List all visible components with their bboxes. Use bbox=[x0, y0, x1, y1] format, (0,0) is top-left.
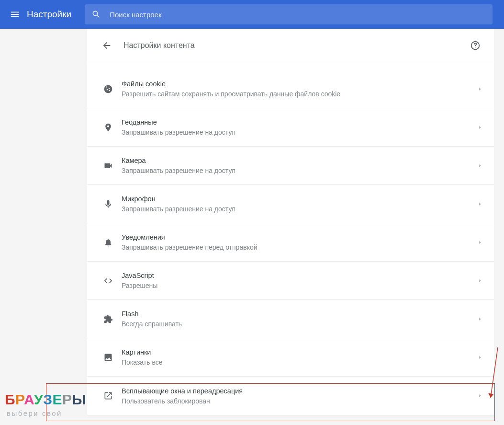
setting-item-microphone[interactable]: МикрофонЗапрашивать разрешение на доступ bbox=[87, 185, 494, 223]
setting-subtitle: Всегда спрашивать bbox=[122, 320, 474, 328]
watermark-subtitle: выбери свой bbox=[7, 409, 62, 417]
javascript-icon bbox=[97, 276, 120, 286]
search-field[interactable] bbox=[85, 4, 493, 24]
setting-item-javascript[interactable]: JavaScriptРазрешены bbox=[87, 262, 494, 300]
setting-subtitle: Пользователь заблокирован bbox=[122, 397, 474, 405]
setting-title: Файлы cookie bbox=[122, 80, 474, 88]
setting-title: Flash bbox=[122, 310, 474, 318]
setting-subtitle: Показать все bbox=[122, 358, 474, 366]
camera-icon bbox=[97, 161, 120, 171]
setting-item-flash[interactable]: FlashВсегда спрашивать bbox=[87, 300, 494, 338]
popups-icon bbox=[97, 391, 120, 401]
menu-icon bbox=[10, 9, 20, 20]
setting-title: JavaScript bbox=[122, 272, 474, 279]
svg-point-1 bbox=[475, 47, 475, 47]
microphone-icon bbox=[97, 199, 120, 209]
chevron-right-icon bbox=[474, 278, 482, 283]
flash-icon bbox=[97, 314, 120, 324]
chevron-right-icon bbox=[474, 240, 482, 245]
setting-title: Всплывающие окна и переадресация bbox=[122, 387, 474, 395]
setting-subtitle: Запрашивать разрешение на доступ bbox=[122, 128, 474, 136]
panel-header: Настройки контента bbox=[87, 29, 494, 62]
setting-title: Картинки bbox=[122, 348, 474, 356]
chevron-right-icon bbox=[474, 125, 482, 130]
setting-item-location[interactable]: ГеоданныеЗапрашивать разрешение на досту… bbox=[87, 108, 494, 147]
notifications-icon bbox=[97, 238, 120, 247]
setting-subtitle: Разрешить сайтам сохранять и просматрива… bbox=[122, 90, 474, 98]
chevron-right-icon bbox=[474, 87, 482, 92]
header-title: Настройки bbox=[27, 9, 71, 20]
setting-subtitle: Запрашивать разрешение на доступ bbox=[122, 167, 474, 174]
search-icon bbox=[91, 10, 101, 19]
chevron-right-icon bbox=[474, 317, 482, 322]
setting-subtitle: Запрашивать разрешение перед отправкой bbox=[122, 243, 474, 251]
watermark: БРАУЗЕРЫ bbox=[5, 391, 86, 408]
cookies-icon bbox=[97, 84, 120, 94]
setting-item-popups[interactable]: Всплывающие окна и переадресацияПользова… bbox=[87, 377, 494, 415]
setting-item-cookies[interactable]: Файлы cookieРазрешить сайтам сохранять и… bbox=[87, 70, 494, 108]
help-button[interactable] bbox=[468, 38, 482, 53]
setting-subtitle: Разрешены bbox=[122, 282, 474, 289]
menu-button[interactable] bbox=[6, 5, 24, 23]
setting-item-camera[interactable]: КамераЗапрашивать разрешение на доступ bbox=[87, 147, 494, 185]
back-button[interactable] bbox=[99, 37, 115, 54]
setting-title: Уведомления bbox=[122, 233, 474, 241]
chevron-right-icon bbox=[474, 163, 482, 168]
search-input[interactable] bbox=[110, 11, 486, 19]
help-icon bbox=[470, 40, 481, 51]
location-icon bbox=[97, 123, 120, 132]
setting-title: Камера bbox=[122, 157, 474, 164]
settings-list: Файлы cookieРазрешить сайтам сохранять и… bbox=[87, 62, 494, 415]
setting-title: Геоданные bbox=[122, 118, 474, 126]
chevron-right-icon bbox=[474, 355, 482, 360]
setting-subtitle: Запрашивать разрешение на доступ bbox=[122, 205, 474, 213]
app-header: Настройки bbox=[0, 0, 504, 29]
chevron-right-icon bbox=[474, 393, 482, 398]
setting-item-notifications[interactable]: УведомленияЗапрашивать разрешение перед … bbox=[87, 223, 494, 262]
setting-title: Микрофон bbox=[122, 195, 474, 203]
chevron-right-icon bbox=[474, 202, 482, 207]
settings-panel: Настройки контента Файлы cookieРазрешить… bbox=[87, 29, 494, 415]
setting-item-images[interactable]: КартинкиПоказать все bbox=[87, 338, 494, 377]
images-icon bbox=[97, 353, 120, 362]
panel-title: Настройки контента bbox=[123, 41, 468, 50]
arrow-back-icon bbox=[101, 40, 112, 51]
